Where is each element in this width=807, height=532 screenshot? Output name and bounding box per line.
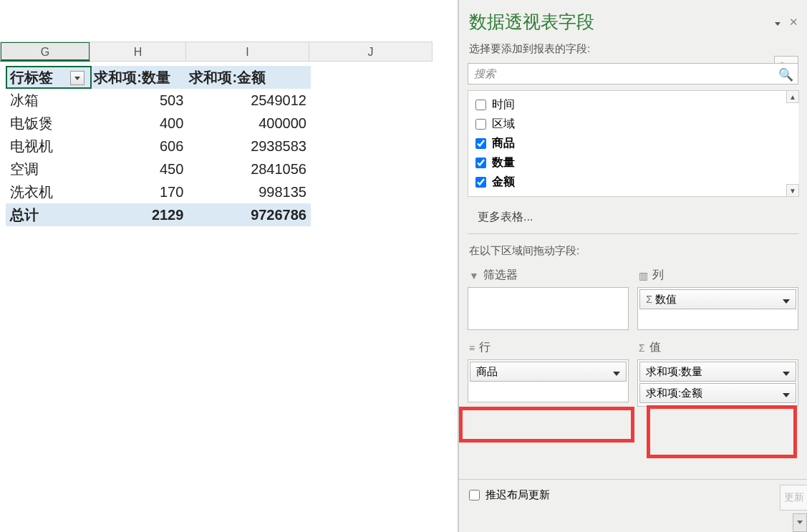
chevron-down-icon[interactable] bbox=[783, 366, 790, 378]
row-qty: 450 bbox=[92, 158, 188, 180]
chip-product[interactable]: 商品 bbox=[470, 362, 627, 382]
scroll-up-icon[interactable]: ▲ bbox=[786, 90, 799, 103]
area-values: Σ值 求和项:数量 求和项:金额 bbox=[637, 337, 798, 407]
row-amount: 2938583 bbox=[188, 135, 311, 158]
scrollbar-down[interactable] bbox=[793, 513, 807, 532]
area-title-text: 列 bbox=[652, 268, 664, 283]
field-checkbox[interactable] bbox=[475, 138, 486, 149]
chip-sum-qty[interactable]: 求和项:数量 bbox=[639, 362, 796, 382]
more-tables-link[interactable]: 更多表格... bbox=[468, 203, 798, 234]
pane-title: 数据透视表字段 bbox=[459, 0, 807, 38]
area-rows: ≡行 商品 bbox=[468, 337, 629, 407]
spreadsheet-area[interactable]: G H I J 行标签 求和项:数量 求和项:金额 冰箱5032549012 电… bbox=[0, 0, 458, 532]
row-amount: 2841056 bbox=[188, 158, 311, 180]
area-title-text: 值 bbox=[649, 340, 661, 355]
chevron-down-icon[interactable] bbox=[783, 294, 790, 306]
field-label: 数量 bbox=[492, 155, 515, 170]
area-title-text: 筛选器 bbox=[483, 268, 518, 283]
field-checkbox[interactable] bbox=[475, 158, 486, 168]
row-amount: 2549012 bbox=[188, 89, 311, 112]
pane-subtitle: 选择要添加到报表的字段: bbox=[459, 38, 807, 63]
sigma-icon: Σ bbox=[639, 342, 645, 354]
field-item-product[interactable]: 商品 bbox=[468, 134, 798, 153]
search-input[interactable]: 搜索 🔍 bbox=[468, 63, 798, 84]
drag-instruction: 在以下区域间拖动字段: bbox=[459, 234, 807, 265]
update-button[interactable]: 更新 bbox=[780, 485, 807, 511]
columns-dropzone[interactable]: Σ 数值 bbox=[637, 287, 798, 330]
col-header-J[interactable]: J bbox=[309, 42, 433, 62]
table-row[interactable]: 洗衣机170998135 bbox=[6, 180, 311, 203]
filter-icon: ▼ bbox=[469, 270, 479, 281]
defer-layout-row: 推迟布局更新 bbox=[459, 479, 807, 511]
table-row[interactable]: 空调4502841056 bbox=[6, 158, 311, 180]
field-label: 区域 bbox=[492, 117, 515, 132]
chip-label: 数值 bbox=[655, 293, 677, 305]
values-dropzone[interactable]: 求和项:数量 求和项:金额 bbox=[637, 359, 798, 407]
defer-checkbox[interactable] bbox=[469, 490, 480, 500]
field-list: ▲ 时间 区域 商品 数量 金额 ▼ bbox=[468, 90, 798, 197]
pivot-header-rowlabel-text: 行标签 bbox=[10, 69, 53, 85]
row-label: 洗衣机 bbox=[6, 180, 92, 203]
row-amount: 400000 bbox=[188, 112, 311, 135]
pivot-total-row[interactable]: 总计 2129 9726786 bbox=[6, 203, 311, 226]
col-header-I[interactable]: I bbox=[186, 42, 309, 62]
field-item-qty[interactable]: 数量 bbox=[468, 153, 798, 173]
table-row[interactable]: 电视机6062938583 bbox=[6, 135, 311, 158]
rowlabel-filter-dropdown[interactable] bbox=[70, 71, 84, 85]
columns-icon: ▥ bbox=[639, 270, 648, 281]
chip-sum-amount[interactable]: 求和项:金额 bbox=[639, 383, 796, 403]
field-label: 时间 bbox=[492, 97, 515, 112]
pivot-header-amount[interactable]: 求和项:金额 bbox=[188, 66, 311, 89]
col-header-G[interactable]: G bbox=[0, 42, 90, 62]
pivot-fields-pane: ✕ 数据透视表字段 选择要添加到报表的字段: ⚙ 搜索 🔍 ▲ 时间 区域 商品… bbox=[458, 0, 807, 532]
chevron-down-icon[interactable] bbox=[613, 366, 620, 378]
pivot-table[interactable]: 行标签 求和项:数量 求和项:金额 冰箱5032549012 电饭煲400400… bbox=[6, 66, 311, 226]
column-headers: G H I J bbox=[0, 42, 433, 62]
row-label: 电饭煲 bbox=[6, 112, 92, 135]
pivot-header-rowlabel[interactable]: 行标签 bbox=[6, 66, 92, 89]
rows-icon: ≡ bbox=[469, 342, 475, 354]
field-item-region[interactable]: 区域 bbox=[468, 115, 798, 134]
chip-label: 商品 bbox=[476, 365, 498, 379]
row-label: 电视机 bbox=[6, 135, 92, 158]
close-icon[interactable]: ✕ bbox=[789, 16, 798, 29]
area-filter: ▼筛选器 bbox=[468, 265, 629, 330]
row-label: 空调 bbox=[6, 158, 92, 180]
filter-dropzone[interactable] bbox=[468, 287, 629, 330]
field-label: 金额 bbox=[492, 175, 515, 190]
chip-label: 求和项:金额 bbox=[646, 387, 702, 400]
col-header-H[interactable]: H bbox=[90, 42, 186, 62]
field-label: 商品 bbox=[492, 136, 515, 151]
table-row[interactable]: 冰箱5032549012 bbox=[6, 89, 311, 112]
total-amount: 9726786 bbox=[188, 203, 311, 226]
chevron-down-icon[interactable] bbox=[783, 387, 790, 400]
chip-values-placeholder[interactable]: Σ 数值 bbox=[639, 289, 796, 309]
chip-label: 求和项:数量 bbox=[646, 365, 702, 379]
row-qty: 606 bbox=[92, 135, 188, 158]
field-checkbox[interactable] bbox=[475, 177, 486, 188]
defer-label: 推迟布局更新 bbox=[485, 488, 550, 502]
table-row[interactable]: 电饭煲400400000 bbox=[6, 112, 311, 135]
area-title-text: 行 bbox=[479, 340, 491, 355]
field-item-amount[interactable]: 金额 bbox=[468, 173, 798, 192]
row-label: 冰箱 bbox=[6, 89, 92, 112]
row-qty: 170 bbox=[92, 180, 188, 203]
pivot-header-qty[interactable]: 求和项:数量 bbox=[92, 66, 188, 89]
row-qty: 400 bbox=[92, 112, 188, 135]
row-amount: 998135 bbox=[188, 180, 311, 203]
area-columns: ▥列 Σ 数值 bbox=[637, 265, 798, 330]
search-placeholder: 搜索 bbox=[474, 67, 496, 81]
caret-down-icon[interactable] bbox=[773, 16, 781, 29]
rows-dropzone[interactable]: 商品 bbox=[468, 359, 629, 402]
total-qty: 2129 bbox=[92, 203, 188, 226]
total-label: 总计 bbox=[6, 203, 92, 226]
field-checkbox[interactable] bbox=[475, 100, 486, 110]
row-qty: 503 bbox=[92, 89, 188, 112]
field-checkbox[interactable] bbox=[475, 119, 486, 130]
scroll-down-icon[interactable]: ▼ bbox=[786, 184, 799, 197]
search-icon: 🔍 bbox=[778, 67, 793, 82]
field-item-time[interactable]: 时间 bbox=[468, 95, 798, 115]
